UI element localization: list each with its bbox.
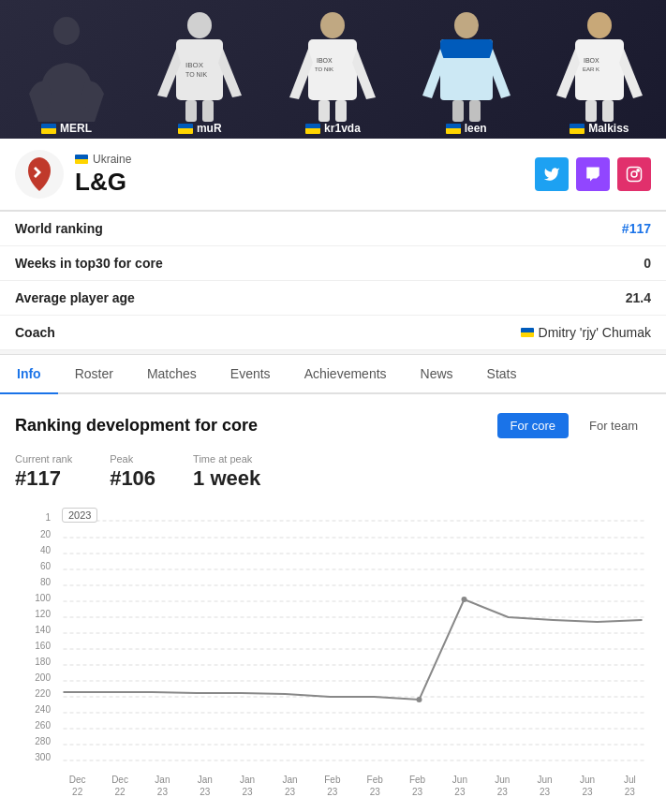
svg-rect-22 — [585, 100, 597, 122]
player-silhouette-malkiss: IBOX EAR K — [548, 9, 651, 122]
team-details: Ukraine L&G — [75, 153, 535, 197]
svg-point-1 — [187, 12, 212, 38]
team-name: L&G — [75, 168, 535, 197]
x-label: Jun23 — [524, 774, 566, 798]
x-label: Jan23 — [226, 774, 268, 798]
svg-text:100: 100 — [35, 593, 51, 603]
toggle-team-button[interactable]: For team — [576, 413, 651, 438]
tab-info[interactable]: Info — [0, 355, 58, 394]
avg-age-row: Average player age 21.4 — [0, 281, 666, 316]
tab-matches[interactable]: Matches — [130, 355, 214, 394]
current-rank-item: Current rank #117 — [15, 453, 72, 491]
svg-rect-6 — [202, 100, 214, 122]
social-icons — [535, 157, 651, 191]
chart-area: 2023 — [56, 506, 651, 798]
peak-rank-item: Peak #106 — [110, 453, 155, 491]
player-silhouette-kr1vda: IBOX TO NIK — [281, 9, 384, 122]
chart-point-peak — [462, 597, 467, 602]
svg-rect-5 — [185, 100, 197, 122]
chart-point — [417, 697, 422, 702]
chart-svg — [56, 506, 651, 768]
svg-text:240: 240 — [35, 704, 51, 715]
svg-text:TO NIK: TO NIK — [315, 66, 333, 72]
svg-text:IBOX: IBOX — [185, 61, 204, 69]
x-label: Feb23 — [396, 774, 438, 798]
tab-events[interactable]: Events — [214, 355, 288, 394]
tab-achievements[interactable]: Achievements — [288, 355, 404, 394]
player-flag-malkiss — [570, 124, 585, 134]
svg-rect-12 — [335, 100, 347, 122]
nav-tabs: Info Roster Matches Events Achievements … — [0, 354, 666, 394]
svg-text:280: 280 — [35, 736, 51, 746]
x-label: Jul23 — [609, 774, 651, 798]
svg-text:120: 120 — [35, 609, 51, 619]
svg-point-29 — [637, 170, 639, 171]
player-flag-mur — [178, 124, 193, 134]
chart-wrapper: 1 20 40 60 80 100 120 140 160 180 200 22… — [15, 506, 651, 798]
player-mur: IBOX TO NIK muR — [139, 9, 260, 139]
svg-rect-17 — [469, 100, 481, 122]
svg-rect-11 — [318, 100, 330, 122]
player-name-tag-mur: muR — [178, 122, 222, 135]
svg-rect-16 — [452, 100, 464, 122]
toggle-group: For core For team — [497, 413, 651, 438]
player-malkiss: IBOX EAR K Malkiss — [539, 9, 660, 139]
svg-text:200: 200 — [35, 672, 51, 683]
svg-text:300: 300 — [35, 752, 51, 762]
twitter-button[interactable] — [535, 157, 569, 191]
player-name-tag: MERL — [41, 122, 92, 135]
svg-point-7 — [320, 12, 345, 38]
svg-point-18 — [587, 12, 612, 38]
coach-flag — [521, 328, 534, 337]
player-name-tag-kr1vda: kr1vda — [305, 122, 361, 135]
player-flag — [41, 124, 56, 134]
x-label: Jan23 — [269, 774, 311, 798]
content-area: Ranking development for core For core Fo… — [0, 394, 666, 812]
x-label: Feb23 — [354, 774, 396, 798]
tab-roster[interactable]: Roster — [58, 355, 130, 394]
svg-text:180: 180 — [35, 657, 51, 667]
player-merl: MERL — [6, 9, 127, 139]
tab-news[interactable]: News — [404, 355, 470, 394]
svg-rect-23 — [602, 100, 614, 122]
twitch-button[interactable] — [576, 157, 610, 191]
player-silhouette-leen — [415, 9, 518, 122]
svg-text:80: 80 — [40, 577, 52, 587]
svg-text:IBOX: IBOX — [584, 57, 599, 64]
x-label: Dec22 — [56, 774, 98, 798]
svg-text:IBOX: IBOX — [317, 57, 333, 64]
player-kr1vda: IBOX TO NIK kr1vda — [272, 9, 393, 139]
x-label: Jun23 — [481, 774, 524, 798]
instagram-button[interactable] — [617, 157, 651, 191]
svg-rect-2 — [176, 39, 223, 100]
svg-text:EAR K: EAR K — [583, 66, 599, 72]
team-info-bar: Ukraine L&G — [0, 139, 666, 211]
x-axis-labels: Dec22 Dec22 Jan23 Jan23 Jan23 Jan23 Feb2… — [56, 774, 651, 798]
player-flag-leen — [446, 124, 461, 134]
player-leen: leen — [406, 9, 527, 139]
x-label: Jun23 — [438, 774, 481, 798]
x-label: Jun23 — [566, 774, 608, 798]
svg-text:1: 1 — [45, 512, 51, 523]
svg-text:20: 20 — [40, 529, 52, 539]
coach-row: Coach Dmitry 'rjy' Chumak — [0, 316, 666, 350]
tab-stats[interactable]: Stats — [470, 355, 534, 394]
x-label: Feb23 — [311, 774, 353, 798]
toggle-core-button[interactable]: For core — [497, 413, 569, 438]
team-logo — [15, 150, 64, 199]
player-silhouette-mur: IBOX TO NIK — [148, 9, 251, 122]
world-ranking-row: World ranking #117 — [0, 212, 666, 246]
player-flag-kr1vda — [305, 124, 320, 134]
country-flag — [75, 155, 88, 164]
svg-text:60: 60 — [40, 561, 52, 571]
svg-text:40: 40 — [40, 545, 52, 555]
weeks-row: Weeks in top30 for core 0 — [0, 246, 666, 281]
y-axis: 1 20 40 60 80 100 120 140 160 180 200 22… — [15, 506, 56, 768]
player-name-tag-malkiss: Malkiss — [570, 122, 629, 135]
svg-point-0 — [53, 17, 80, 45]
x-label: Dec22 — [98, 774, 141, 798]
svg-text:160: 160 — [35, 641, 51, 651]
stats-table: World ranking #117 Weeks in top30 for co… — [0, 211, 666, 350]
x-label: Jan23 — [141, 774, 184, 798]
coach-value: Dmitry 'rjy' Chumak — [521, 325, 651, 340]
